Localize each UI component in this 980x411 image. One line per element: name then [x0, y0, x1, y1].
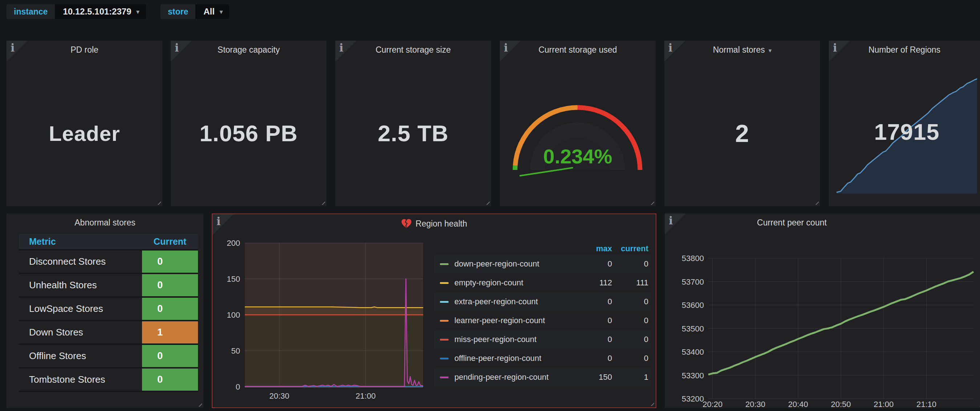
legend-series-max: 0: [578, 354, 612, 363]
legend-series-current: 0: [612, 335, 648, 344]
status-badge: 0: [142, 345, 198, 367]
table-row: Offline Stores0: [19, 345, 198, 368]
panel-storage-capacity: i Storage capacity 1.056 PB: [171, 41, 326, 206]
metric-cell: LowSpace Stores: [19, 298, 142, 320]
table-row: LowSpace Stores0: [19, 298, 198, 321]
legend-row: extra-peer-region-count00: [434, 293, 651, 311]
panel-resize-handle[interactable]: [156, 200, 161, 205]
legend-series-name[interactable]: down-peer-region-count: [454, 259, 578, 269]
panel-title[interactable]: Abnormal stores: [6, 218, 204, 228]
panel-title[interactable]: Storage capacity: [171, 45, 326, 55]
panel-title-text: Normal stores: [713, 45, 765, 54]
singlestat-value: 2.5 TB: [335, 120, 491, 146]
panel-title[interactable]: Current storage size: [335, 45, 491, 55]
panel-resize-handle[interactable]: [197, 402, 202, 407]
singlestat-value: 2: [664, 119, 820, 148]
legend-row: empty-region-count112111: [434, 274, 651, 292]
svg-text:53500: 53500: [682, 324, 704, 333]
table-row: Unhealth Stores0: [19, 274, 198, 298]
singlestat-value: 17915: [829, 119, 980, 145]
panel-current-peer-count: i Current peer count 5320053300534005350…: [665, 214, 980, 408]
panel-current-storage-used: i Current storage used 0.234%: [500, 41, 655, 206]
legend-series-max: 0: [578, 316, 612, 325]
svg-text:53600: 53600: [682, 301, 704, 310]
legend-series-name[interactable]: pending-peer-region-count: [454, 373, 578, 382]
legend-series-max: 0: [578, 297, 612, 306]
legend-series-name[interactable]: offline-peer-region-count: [454, 354, 578, 363]
variable-instance: instance 10.12.5.101:2379 ▾: [6, 4, 146, 19]
singlestat-value: Leader: [6, 121, 162, 146]
legend-series-current: 0: [612, 316, 648, 325]
table-row: Disconnect Stores0: [19, 251, 198, 274]
storage-used-gauge: [500, 41, 655, 206]
status-badge: 0: [142, 274, 198, 296]
panel-abnormal-stores: Abnormal stores MetricCurrentDisconnect …: [6, 214, 204, 408]
variable-instance-label: instance: [6, 4, 55, 19]
legend-series-swatch: [440, 358, 449, 359]
svg-text:53800: 53800: [682, 254, 704, 263]
legend-series-name[interactable]: miss-peer-region-count: [454, 335, 578, 344]
svg-text:21:00: 21:00: [873, 400, 894, 408]
svg-text:21:10: 21:10: [916, 400, 936, 408]
legend-series-current: 111: [612, 278, 648, 287]
legend-series-current: 0: [612, 297, 648, 306]
chevron-down-icon: ▾: [768, 47, 772, 54]
legend-series-max: 150: [578, 373, 612, 382]
legend-series-swatch: [440, 282, 449, 284]
panel-current-storage-size: i Current storage size 2.5 TB: [335, 41, 491, 206]
table-row: Down Stores1: [19, 321, 198, 345]
variable-instance-value[interactable]: 10.12.5.101:2379 ▾: [55, 4, 146, 19]
legend-series-swatch: [440, 339, 449, 341]
column-header-metric[interactable]: Metric: [19, 234, 142, 249]
legend-row: down-peer-region-count00: [434, 255, 651, 273]
peer-count-chart[interactable]: 5320053300534005350053600537005380020:20…: [665, 214, 980, 408]
legend-series-max: 0: [578, 259, 612, 269]
panel-resize-handle[interactable]: [485, 200, 490, 205]
panel-normal-stores: i Normal stores▾ 2: [664, 41, 820, 206]
variable-store-label: store: [161, 4, 196, 19]
svg-text:20:20: 20:20: [703, 400, 722, 408]
gauge-value: 0.234%: [500, 144, 655, 168]
legend-series-name[interactable]: learner-peer-region-count: [454, 316, 578, 325]
region-health-legend: maxcurrentdown-peer-region-count00empty-…: [434, 243, 651, 387]
legend-series-swatch: [440, 320, 449, 322]
svg-text:20:30: 20:30: [745, 400, 765, 408]
svg-text:53400: 53400: [682, 348, 704, 357]
svg-text:20:30: 20:30: [269, 391, 290, 400]
metric-cell: Down Stores: [19, 321, 142, 343]
table-row: Tombstone Stores0: [19, 368, 198, 392]
legend-series-max: 0: [578, 335, 612, 344]
svg-text:0: 0: [236, 382, 240, 391]
panel-resize-handle[interactable]: [320, 200, 325, 205]
legend-header: maxcurrent: [434, 243, 651, 254]
legend-series-name[interactable]: empty-region-count: [454, 278, 578, 287]
svg-text:20:50: 20:50: [831, 400, 851, 408]
legend-series-current: 0: [612, 259, 648, 269]
panel-resize-handle[interactable]: [814, 200, 819, 205]
legend-series-name[interactable]: extra-peer-region-count: [454, 297, 578, 306]
column-header-current[interactable]: Current: [142, 234, 198, 249]
status-badge: 1: [142, 321, 198, 343]
legend-series-current: 1: [612, 373, 648, 382]
svg-text:53200: 53200: [682, 394, 704, 403]
metric-cell: Offline Stores: [19, 345, 142, 367]
svg-text:50: 50: [231, 346, 240, 355]
svg-text:150: 150: [227, 275, 240, 284]
panel-title[interactable]: PD role: [6, 45, 162, 55]
legend-row: pending-peer-region-count1501: [434, 368, 651, 386]
metric-cell: Tombstone Stores: [19, 368, 142, 391]
variable-store-current: All: [204, 6, 215, 17]
table-header: MetricCurrent: [19, 234, 198, 251]
metric-cell: Unhealth Stores: [19, 274, 142, 296]
panel-title[interactable]: Normal stores▾: [664, 45, 820, 55]
legend-series-swatch: [440, 301, 449, 303]
status-badge: 0: [142, 298, 198, 320]
chevron-down-icon: ▾: [137, 8, 140, 15]
status-badge: 0: [142, 251, 198, 273]
panel-pd-role: i PD role Leader: [6, 41, 162, 206]
svg-text:53300: 53300: [682, 371, 704, 380]
chevron-down-icon: ▾: [220, 8, 223, 15]
variable-store-value[interactable]: All ▾: [196, 4, 229, 19]
variable-store: store All ▾: [161, 4, 229, 19]
svg-text:20:40: 20:40: [788, 400, 808, 408]
